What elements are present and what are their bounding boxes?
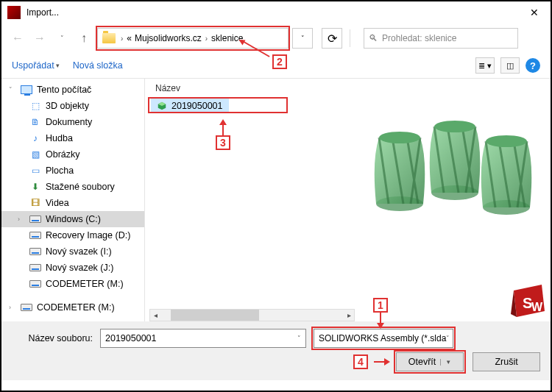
downloads-icon: ⬇ bbox=[29, 181, 41, 193]
back-button[interactable]: ← bbox=[9, 29, 26, 47]
folder-icon bbox=[102, 33, 116, 43]
pictures-icon: ▧ bbox=[29, 149, 41, 160]
breadcrumb[interactable]: › « Mujsolidworks.cz › sklenice bbox=[97, 28, 289, 49]
drive-icon bbox=[29, 280, 41, 288]
search-placeholder: Prohledat: sklenice bbox=[382, 33, 456, 43]
annotation-arrow-1 bbox=[377, 323, 384, 329]
preview-pane: S W bbox=[359, 79, 551, 321]
divider bbox=[350, 29, 350, 47]
tree-item-3d-objects[interactable]: ⬚3D objekty bbox=[1, 98, 144, 114]
horizontal-scrollbar[interactable]: ◂ ▸ bbox=[149, 309, 355, 321]
scroll-right-icon[interactable]: ▸ bbox=[344, 311, 354, 319]
tree-item-codemeter-root[interactable]: ›CODEMETER (M:) bbox=[1, 299, 144, 316]
recent-locations-button[interactable]: ˅ bbox=[53, 29, 71, 47]
refresh-button[interactable]: ⟳ bbox=[322, 28, 342, 49]
scroll-left-icon[interactable]: ◂ bbox=[150, 311, 160, 319]
expand-icon[interactable]: ˅ bbox=[9, 86, 16, 93]
breadcrumb-seg-1[interactable]: Mujsolidworks.cz bbox=[133, 33, 203, 43]
view-options-button[interactable]: ≣ ▾ bbox=[475, 57, 495, 74]
annotation-arrow-3 bbox=[219, 119, 227, 125]
main-area: ˅ Tento počítač ⬚3D objekty 🗎Dokumenty ♪… bbox=[1, 79, 551, 321]
scroll-thumb[interactable] bbox=[171, 310, 259, 321]
drive-icon bbox=[29, 215, 41, 223]
drive-icon bbox=[29, 248, 41, 255]
svg-point-5 bbox=[486, 135, 527, 147]
drive-icon bbox=[29, 232, 41, 239]
videos-icon: 🎞 bbox=[29, 197, 41, 209]
tree-item-drive-i[interactable]: Nový svazek (I:) bbox=[1, 243, 144, 260]
chevron-right-icon: › bbox=[203, 35, 210, 43]
breadcrumb-prefix: « bbox=[125, 33, 133, 43]
app-icon bbox=[7, 6, 21, 19]
title-bar: Import... ✕ bbox=[1, 1, 551, 24]
tree-item-videos[interactable]: 🎞Videa bbox=[1, 195, 144, 211]
annotation-callout-1: 1 bbox=[373, 298, 388, 313]
documents-icon: 🗎 bbox=[29, 116, 41, 128]
tree-item-this-pc[interactable]: ˅ Tento počítač bbox=[1, 82, 144, 98]
preview-pane-button[interactable]: ◫ bbox=[500, 57, 520, 74]
preview-image bbox=[359, 79, 551, 270]
svg-point-1 bbox=[379, 132, 420, 143]
svg-point-3 bbox=[434, 121, 475, 132]
annotation-callout-3: 3 bbox=[216, 135, 230, 150]
up-button[interactable]: ↑ bbox=[75, 29, 93, 47]
file-list[interactable]: Název 2019050001 ◂ ▸ bbox=[145, 79, 359, 321]
tree-item-documents[interactable]: 🗎Dokumenty bbox=[1, 114, 144, 130]
file-row[interactable]: 2019050001 bbox=[151, 99, 229, 113]
tree-item-codemeter[interactable]: CODEMETER (M:) bbox=[1, 276, 144, 292]
cancel-button[interactable]: Zrušit bbox=[473, 352, 540, 371]
column-header-name[interactable]: Název bbox=[145, 79, 359, 99]
tree-item-music[interactable]: ♪Hudba bbox=[1, 130, 144, 146]
tree-item-downloads[interactable]: ⬇Stažené soubory bbox=[1, 179, 144, 195]
assembly-icon bbox=[157, 101, 167, 111]
desktop-icon: ▭ bbox=[29, 165, 41, 177]
solidworks-logo-icon: S W bbox=[509, 282, 546, 318]
chevron-down-icon[interactable]: ˅ bbox=[446, 335, 450, 342]
drive-icon bbox=[21, 304, 32, 311]
window-title: Import... bbox=[26, 7, 59, 18]
search-input[interactable]: 🔍︎ Prohledat: sklenice bbox=[364, 28, 518, 49]
annotation-callout-4: 4 bbox=[353, 354, 368, 369]
bottom-bar: Název souboru: 2019050001 ˅ SOLIDWORKS A… bbox=[1, 321, 551, 380]
music-icon: ♪ bbox=[29, 132, 41, 144]
chevron-down-icon[interactable]: ˅ bbox=[297, 335, 301, 342]
filetype-value: SOLIDWORKS Assembly (*.slda bbox=[319, 333, 446, 343]
annotation-callout-2: 2 bbox=[272, 54, 287, 69]
open-button[interactable]: Otevřít▼ bbox=[396, 352, 464, 371]
tree-item-drive-c[interactable]: ›Windows (C:) bbox=[1, 211, 144, 227]
organize-button[interactable]: Uspořádat▾ bbox=[12, 60, 60, 71]
close-icon[interactable]: ✕ bbox=[524, 4, 545, 21]
filetype-select[interactable]: SOLIDWORKS Assembly (*.slda ˅ bbox=[314, 329, 453, 348]
tree-item-drive-d[interactable]: Recovery Image (D:) bbox=[1, 227, 144, 243]
tree-item-desktop[interactable]: ▭Plocha bbox=[1, 163, 144, 179]
tree-item-drive-j[interactable]: Nový svazek (J:) bbox=[1, 260, 144, 276]
cube-icon: ⬚ bbox=[29, 100, 41, 112]
folder-tree[interactable]: ˅ Tento počítač ⬚3D objekty 🗎Dokumenty ♪… bbox=[1, 79, 145, 321]
pc-icon bbox=[21, 85, 32, 94]
file-name: 2019050001 bbox=[171, 101, 223, 111]
drive-icon bbox=[29, 264, 41, 271]
annotation-arrow-4 bbox=[384, 358, 390, 366]
filename-label: Název souboru: bbox=[12, 333, 93, 343]
tree-item-pictures[interactable]: ▧Obrázky bbox=[1, 146, 144, 163]
search-icon: 🔍︎ bbox=[369, 33, 378, 43]
chevron-right-icon: › bbox=[118, 35, 125, 43]
filename-value: 2019050001 bbox=[105, 333, 157, 343]
filename-field[interactable]: 2019050001 ˅ bbox=[100, 329, 306, 348]
new-folder-button[interactable]: Nová složka bbox=[73, 60, 123, 71]
forward-button[interactable]: → bbox=[31, 29, 49, 47]
svg-text:W: W bbox=[531, 301, 543, 313]
nav-row: ← → ˅ ↑ › « Mujsolidworks.cz › sklenice … bbox=[1, 24, 551, 53]
help-icon[interactable]: ? bbox=[526, 58, 540, 73]
expand-icon[interactable]: › bbox=[18, 215, 25, 223]
breadcrumb-wrap: › « Mujsolidworks.cz › sklenice bbox=[97, 28, 289, 49]
breadcrumb-dropdown-button[interactable]: ˅ bbox=[292, 28, 313, 49]
